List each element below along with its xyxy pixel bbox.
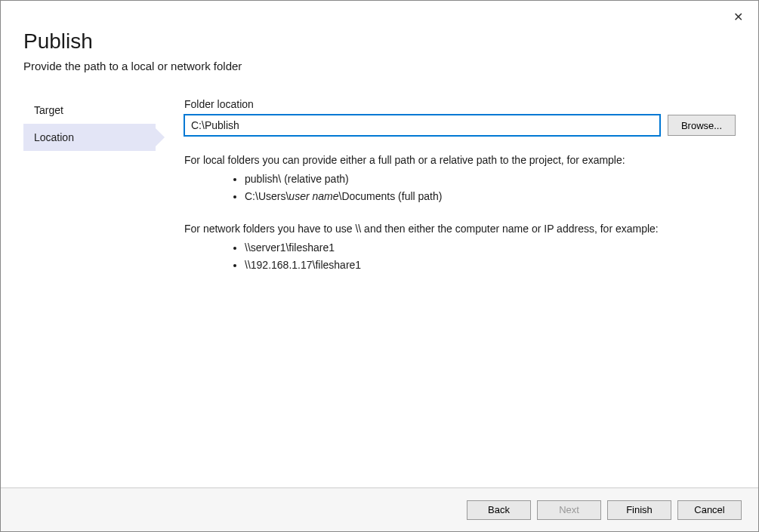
close-icon[interactable]: ✕	[729, 8, 748, 26]
browse-button[interactable]: Browse...	[668, 115, 736, 136]
folder-location-label: Folder location	[184, 98, 736, 110]
local-examples-list: publish\ (relative path) C:\Users\user n…	[184, 171, 736, 204]
network-folders-intro: For network folders you have to use \\ a…	[184, 221, 736, 237]
dialog-footer: Back Next Finish Cancel	[1, 487, 758, 531]
network-example-ip: \\192.168.1.17\fileshare1	[245, 257, 736, 273]
wizard-sidebar: Target Location	[23, 97, 156, 290]
content-panel: Folder location Browse... For local fold…	[156, 97, 736, 290]
help-text: For local folders you can provide either…	[184, 152, 736, 273]
dialog-body: Target Location Folder location Browse..…	[1, 72, 758, 290]
sidebar-item-target[interactable]: Target	[23, 97, 156, 124]
sidebar-item-label: Target	[34, 104, 63, 116]
page-subtitle: Provide the path to a local or network f…	[23, 60, 736, 72]
sidebar-item-label: Location	[34, 131, 74, 143]
network-examples-list: \\server1\fileshare1 \\192.168.1.17\file…	[184, 240, 736, 273]
folder-input-row: Browse...	[184, 115, 736, 136]
local-example-full: C:\Users\user name\Documents (full path)	[245, 189, 736, 204]
network-example-name: \\server1\fileshare1	[245, 240, 736, 256]
cancel-button[interactable]: Cancel	[677, 500, 742, 520]
finish-button[interactable]: Finish	[607, 500, 671, 520]
folder-location-input[interactable]	[184, 115, 660, 136]
local-folders-intro: For local folders you can provide either…	[184, 152, 736, 168]
back-button[interactable]: Back	[467, 500, 531, 520]
page-title: Publish	[23, 29, 736, 54]
next-button: Next	[537, 500, 601, 520]
local-example-relative: publish\ (relative path)	[245, 171, 736, 187]
sidebar-item-location[interactable]: Location	[23, 124, 156, 151]
dialog-header: Publish Provide the path to a local or n…	[1, 1, 758, 72]
